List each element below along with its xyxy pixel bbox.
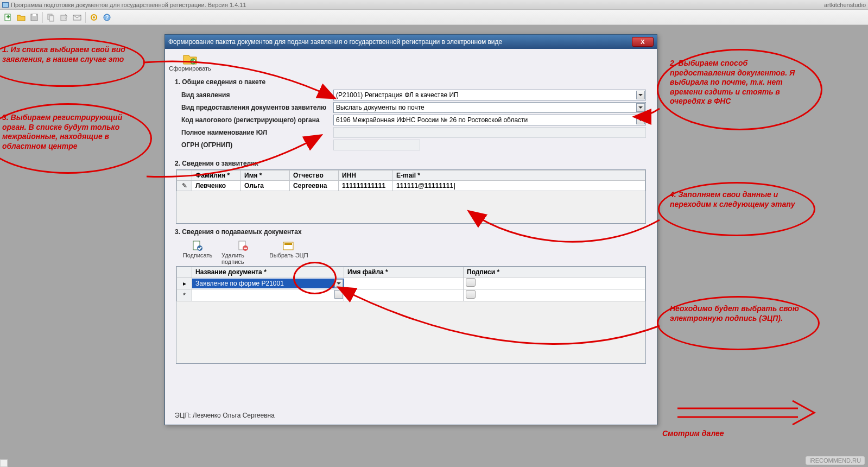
cell-filename[interactable] xyxy=(344,289,464,301)
open-folder-icon[interactable] xyxy=(15,11,27,23)
select-application-type[interactable]: (Р21001) Регистрация ФЛ в качестве ИП xyxy=(333,90,646,100)
copy-icon[interactable] xyxy=(45,11,57,23)
annotation-4: 4. Заполняем свои данные и переходим к с… xyxy=(670,190,806,209)
svg-rect-17 xyxy=(284,243,292,245)
chevron-down-icon[interactable] xyxy=(636,91,645,99)
edit-row-icon[interactable]: ✎ xyxy=(177,181,192,191)
annotation-1: 1. Из списка выбираем свой вид заявления… xyxy=(2,45,132,64)
sign-label: Подписать xyxy=(183,252,212,258)
chevron-down-icon[interactable] xyxy=(636,116,645,124)
section2-title: 2. Сведения о заявителях xyxy=(170,155,651,169)
svg-rect-2 xyxy=(33,14,36,16)
delete-sign-label: Удалить подпись xyxy=(221,252,265,265)
cell-name[interactable]: Ольга xyxy=(241,181,290,191)
field-ogrn xyxy=(333,140,420,150)
annotation-6: Смотрим далее xyxy=(662,429,771,439)
signature-browse-button[interactable] xyxy=(466,278,476,287)
new-doc-icon[interactable] xyxy=(2,11,14,23)
table-row[interactable]: ✎ Левченко Ольга Сергеевна 111111111111 … xyxy=(177,181,645,191)
main-toolbar: ? xyxy=(0,10,868,25)
label-full-name-ul: Полное наименование ЮЛ xyxy=(181,129,333,136)
label-tax-authority: Код налогового (регистрирующего) органа xyxy=(181,116,333,124)
signature-browse-button[interactable] xyxy=(466,290,476,299)
annotation-ellipse xyxy=(657,296,820,350)
save-icon[interactable] xyxy=(28,11,40,23)
cell-email[interactable]: 111111@11111111| xyxy=(393,181,645,191)
chevron-down-icon[interactable] xyxy=(334,279,343,288)
chevron-down-icon[interactable] xyxy=(636,103,645,112)
col-docname[interactable]: Название документа * xyxy=(192,267,344,277)
toolbar-separator xyxy=(85,12,86,23)
app-titlebar: Программа подготовки документов для госу… xyxy=(0,0,868,10)
annotation-2: 2. Выбираем способ предоставления докуме… xyxy=(670,59,811,106)
settings-gear-icon[interactable] xyxy=(88,11,100,23)
toolbar-separator xyxy=(42,12,43,23)
label-ogrn: ОГРН (ОГРНИП) xyxy=(181,141,333,149)
svg-rect-4 xyxy=(49,16,54,21)
col-patronymic[interactable]: Отчество xyxy=(290,171,339,181)
annotation-5: Неоходимо будет выбрать свою электронную… xyxy=(670,304,811,323)
cell-inn[interactable]: 111111111111 xyxy=(339,181,393,191)
bottom-corner xyxy=(0,459,8,467)
col-surname[interactable]: Фамилия * xyxy=(192,171,241,181)
package-dialog: Формирование пакета документов для подач… xyxy=(164,34,657,425)
col-inn[interactable]: ИНН xyxy=(339,171,393,181)
svg-text:?: ? xyxy=(105,15,109,21)
site-watermark: iRECOMMEND.RU xyxy=(806,456,865,465)
svg-point-8 xyxy=(93,16,95,18)
row-marker-header xyxy=(177,171,192,181)
col-signatures[interactable]: Подписи * xyxy=(464,267,645,277)
annotation-ellipse xyxy=(657,49,822,130)
row-marker-header xyxy=(177,267,192,277)
annotation-ellipse xyxy=(0,103,152,174)
ecp-status: ЭЦП: Левченко Ольга Сергеевна xyxy=(170,409,651,421)
form-button-label: Сформировать xyxy=(169,65,211,72)
sign-button[interactable]: Подписать xyxy=(176,240,219,265)
annotation-ellipse xyxy=(658,182,815,236)
label-delivery-method: Вид предоставления документов заявителю xyxy=(181,104,333,111)
select-delivery-method[interactable]: Выслать документы по почте xyxy=(333,102,646,113)
select-docname[interactable]: Заявление по форме Р21001 xyxy=(192,279,344,288)
delete-sign-button[interactable]: Удалить подпись xyxy=(221,240,265,265)
col-name[interactable]: Имя * xyxy=(241,171,290,181)
cell-surname[interactable]: Левченко xyxy=(192,181,241,191)
select-tax-authority[interactable]: 6196 Межрайонная ИФНС России № 26 по Рос… xyxy=(333,115,646,125)
help-icon[interactable]: ? xyxy=(101,11,113,23)
cell-patronymic[interactable]: Сергеевна xyxy=(290,181,339,191)
watermark-text: artkitchenstudio xyxy=(824,2,866,8)
table-row-new[interactable]: * xyxy=(177,289,645,301)
cell-filename[interactable] xyxy=(344,277,464,289)
annotation-ellipse xyxy=(0,38,145,87)
export-icon[interactable] xyxy=(58,11,70,23)
mail-icon[interactable] xyxy=(71,11,83,23)
app-icon xyxy=(2,2,9,8)
dialog-titlebar[interactable]: Формирование пакета документов для подач… xyxy=(165,35,657,49)
dialog-title: Формирование пакета документов для подач… xyxy=(168,38,502,46)
close-icon[interactable]: X xyxy=(632,37,654,47)
label-application-type: Вид заявления xyxy=(181,91,333,99)
col-filename[interactable]: Имя файла * xyxy=(344,267,464,277)
section1-title: 1. Общие сведения о пакете xyxy=(170,74,651,88)
choose-ecp-button[interactable]: Выбрать ЭЦП xyxy=(267,240,311,265)
applicants-grid[interactable]: Фамилия * Имя * Отчество ИНН E-mail * ✎ … xyxy=(176,169,646,224)
form-package-button[interactable]: Сформировать xyxy=(170,52,210,72)
table-row[interactable]: ▸ Заявление по форме Р21001 xyxy=(177,277,645,289)
annotation-3: 3. Выбираем регистрирующий орган. В спис… xyxy=(2,113,143,151)
section3-title: 3. Сведения о подаваемых документах xyxy=(170,224,651,238)
current-row-icon[interactable]: ▸ xyxy=(177,277,192,289)
choose-ecp-label: Выбрать ЭЦП xyxy=(269,252,308,258)
new-row-icon[interactable]: * xyxy=(177,289,192,301)
col-email[interactable]: E-mail * xyxy=(393,171,645,181)
app-title: Программа подготовки документов для госу… xyxy=(11,2,246,8)
field-full-name-ul xyxy=(333,127,646,138)
documents-grid[interactable]: Название документа * Имя файла * Подписи… xyxy=(176,266,646,364)
chevron-down-icon[interactable] xyxy=(334,290,343,299)
